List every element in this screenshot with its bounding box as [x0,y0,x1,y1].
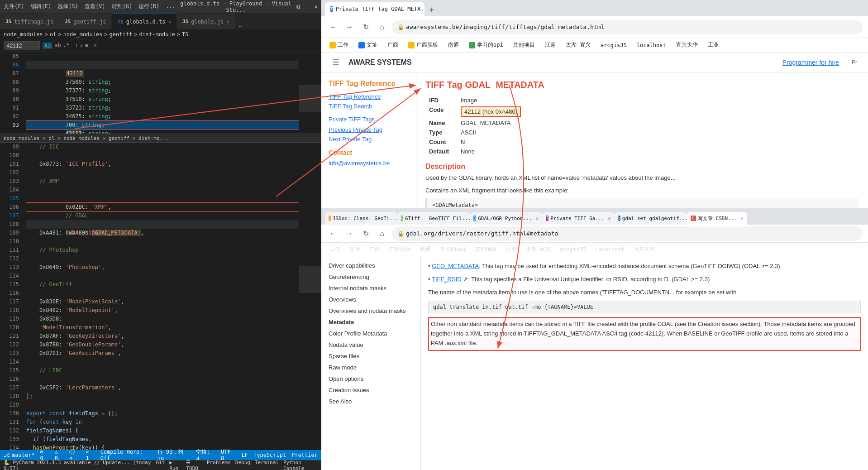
bookmark-industry[interactable]: 工业 [705,40,721,50]
prev-private-tag-link[interactable]: Previous Private Tag [329,126,409,133]
next-private-tag-link[interactable]: Next Private Tag [329,136,409,143]
bookmark-yxdh[interactable]: 宜兴大华 [673,40,701,50]
back-button[interactable]: ← [327,21,339,34]
new-tab-button[interactable]: + [424,2,439,16]
tab-globals-js[interactable]: JS globals.js × [177,14,235,29]
browser-tab-jsdoc[interactable]: J JSDoc: Class: GeoTi... × [325,212,397,225]
bookmark2-localhost[interactable]: localhost [592,245,627,254]
bookmark2-addr[interactable]: 文址 [347,245,363,254]
tab-close-icon2[interactable]: × [227,19,230,24]
geo-metadata-link[interactable]: GEO_METADATA [432,263,479,269]
bookmark-arcgis[interactable]: arcgisJS [598,41,630,49]
tab-tiffimage[interactable]: JS tiffimage.js [0,14,59,29]
tab-close[interactable]: × [740,216,744,221]
tiff-tag-search-link[interactable]: TIFF Tag Search [329,103,409,110]
bookmark2-nt[interactable]: 南通 [417,245,434,254]
bookmark2-other[interactable]: 其他项目 [472,245,500,254]
gdal-nav-driver[interactable]: Driver capabilities [321,260,420,271]
debug-tool[interactable]: Debug [235,460,250,470]
refresh-button-2[interactable]: ↻ [359,227,372,240]
gdal-nav-georef[interactable]: Georeferencing [321,271,420,283]
menu-bar[interactable]: 文件(F) 编辑(E) 选择(S) 查看(V) 转到(G) 运行(R) ... [4,3,176,10]
gdal-nav-overviews[interactable]: Overviews [321,294,420,305]
tab-close[interactable]: × [535,216,539,221]
home-button[interactable]: ⌂ [376,21,388,34]
browser-tab-private-tiff2[interactable]: T Private TIFF Ga... × [542,212,615,225]
bookmark-nt[interactable]: 南通 [445,40,462,50]
private-tiff-tags-link[interactable]: Private TIFF Tags [329,116,409,123]
minimap-slider-2[interactable] [299,266,321,293]
gdal-nav-sparse[interactable]: Sparse files [321,350,420,362]
window-controls[interactable]: ⧉ — × [296,4,318,10]
browser-tab-gtiff[interactable]: G GTiff - GeoTIFF Fil... × [397,212,470,225]
back-button-2[interactable]: ← [327,227,339,240]
bookmark2-gxdb[interactable]: 广西胆板 [386,245,414,254]
url-bar-top[interactable]: 🔒 awaresystems.be/imaging/tiff/tifftags/… [392,20,863,34]
problems-tool[interactable]: Problems [207,460,231,470]
bookmark-work[interactable]: 工作 [327,40,351,50]
refresh-button[interactable]: ↻ [359,21,372,34]
bookmark-js[interactable]: 江苏 [542,40,558,50]
code-area-1[interactable]: 42112 37500: string; 37377: string; 3751… [23,52,299,134]
python-console-tool[interactable]: Python Console [283,460,318,470]
gdal-nav-see[interactable]: See Also [321,396,420,407]
search-whole-word[interactable]: ab [54,42,61,49]
todo-tool[interactable]: ☰ TODO [186,460,202,470]
browser-tab-gdal-set[interactable]: b gdal set gdalgeotif... × [615,212,687,225]
forward-button-2[interactable]: → [343,227,356,240]
hamburger-icon[interactable]: ☰ [332,58,339,67]
window-close[interactable]: × [315,4,318,10]
menu-edit[interactable]: 编辑(E) [31,3,52,10]
search-match-case[interactable]: Aa [43,42,52,49]
bookmark2-work[interactable]: 工作 [327,245,343,254]
window-maximize[interactable]: ⧉ [296,4,300,10]
search-next[interactable]: ↓ [80,42,83,49]
bookmark-th[interactable]: 太湖-宜兴 [563,40,593,50]
home-button-2[interactable]: ⌂ [376,227,388,240]
forward-button[interactable]: → [343,21,356,34]
tabs-overflow[interactable]: ⋯ [235,23,246,29]
bookmark2-js[interactable]: 江苏 [503,245,520,254]
tab-close-icon[interactable]: × [168,19,171,25]
bookmark2-api[interactable]: 学习的api [437,245,469,254]
bookmark2-yxdh[interactable]: 宜兴大华 [631,245,658,254]
git-branch[interactable]: ⎇ master* [4,452,35,458]
email-link[interactable]: info@awaresystems.be [329,160,409,167]
search-close[interactable]: × [94,42,97,49]
tab-close[interactable]: × [608,216,611,221]
search-list[interactable]: ≡ [85,42,88,49]
gdal-nav-overviews-nodata[interactable]: Overviews and nodata masks [321,305,420,317]
eol[interactable]: LF [242,452,248,458]
prettier[interactable]: Prettier [291,452,318,458]
gdal-nav-metadata[interactable]: Metadata [321,317,420,328]
bookmark-other[interactable]: 其他项目 [510,40,538,50]
git-tool[interactable]: Git [156,460,165,470]
window-minimize[interactable]: — [306,4,309,10]
minimap-slider[interactable] [299,85,321,112]
search-regex[interactable]: .* [63,42,69,49]
menu-select[interactable]: 选择(S) [57,3,78,10]
bookmark-gx[interactable]: 广西 [385,40,401,50]
gdal-nav-creation[interactable]: Creation issues [321,384,420,396]
tiff-rsid-link[interactable]: TIFF_RSID [432,276,462,283]
tiff-tag-reference-link[interactable]: TIFF Tag Reference [329,93,409,100]
bookmark-api[interactable]: 学习的api [466,40,506,50]
bookmark-addr[interactable]: 文址 [356,40,380,50]
bookmark2-gx[interactable]: 广西 [367,245,383,254]
browser-tab-private-tiff[interactable]: T Private TIFF Tag GDAL_META... × [325,2,424,16]
run-tool[interactable]: ▶ Run [169,460,181,470]
browser-tab-gdal-python[interactable]: G GDAL/OGR Python... × [470,212,542,225]
bookmark-gxdb[interactable]: 广西胆板 [405,40,441,50]
code-area-2[interactable]: // ICC 0x8773: 'ICC Profile', // XMP 0x0… [23,143,299,450]
gdal-nav-open[interactable]: Open options [321,373,420,384]
tab-globals-dts[interactable]: TS globals.d.ts × [112,14,177,29]
search-prev[interactable]: ↑ [75,42,78,49]
search-input[interactable] [4,41,40,50]
url-bar-bottom[interactable]: 🔒 gdal.org/drivers/raster/gtiff.html#met… [392,226,863,241]
bookmark2-arcgis[interactable]: arcgisJS [557,245,589,254]
gdal-nav-color[interactable]: Color Profile Metadata [321,328,420,339]
menu-file[interactable]: 文件(F) [4,3,24,10]
gdal-nav-nodata[interactable]: Internal nodata masks [321,283,420,294]
gdal-nav-raw[interactable]: Raw mode [321,362,420,373]
language-mode[interactable]: TypeScript [253,452,286,458]
